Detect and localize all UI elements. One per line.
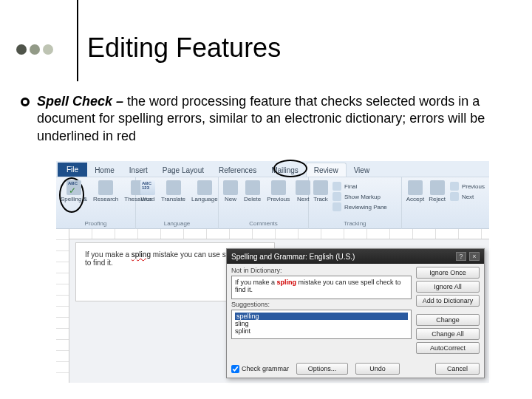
language-label: Language [191,196,218,202]
deco-dot [30,44,40,55]
show-markup-dropdown[interactable]: Show Markup [332,192,387,201]
reviewing-pane-dropdown[interactable]: Reviewing Pane [332,202,387,211]
pane-icon [332,202,341,211]
autocorrect-button[interactable]: AutoCorrect [416,342,480,354]
change-button[interactable]: Change [416,314,480,326]
word-count-button[interactable]: 123 Word [140,180,155,202]
suggestion-item[interactable]: sling [235,320,408,327]
group-language: 123 Word Translate Language Language [136,177,219,229]
tab-page-layout[interactable]: Page Layout [155,163,211,177]
word-ribbon: File Home Insert Page Layout References … [56,161,489,229]
tab-file[interactable]: File [58,163,87,177]
track-label: Track [313,196,328,202]
horizontal-ruler [69,229,489,239]
group-comments: New Delete Previous Next Commen [219,177,309,229]
embedded-screenshot: File Home Insert Page Layout References … [56,161,489,383]
bullet-marker [21,98,30,106]
next-change-label: Next [462,194,474,200]
ribbon-tabs: File Home Insert Page Layout References … [56,161,489,177]
prev-comment-label: Previous [267,196,290,202]
count-123: 123 [142,185,149,190]
prev-icon [450,182,459,191]
suggestions-listbox[interactable]: spelling sling splint [231,310,412,339]
check-grammar-input[interactable] [231,365,239,373]
delete-comment-icon [245,180,260,195]
track-icon [313,180,328,195]
prev-change-button[interactable]: Previous [450,182,485,191]
new-comment-button[interactable]: New [223,180,238,202]
dlg-error-word: spling [277,279,297,286]
reject-label: Reject [429,196,446,202]
tab-view[interactable]: View [347,163,378,177]
track-changes-button[interactable]: Track [313,180,328,211]
suggestion-item[interactable]: spelling [235,313,408,320]
new-comment-label: New [225,196,236,202]
prev-change-label: Previous [462,183,485,190]
accept-icon [408,180,423,195]
next-icon [450,192,459,201]
show-markup-label: Show Markup [344,194,381,200]
group-tracking: Track Final Show Markup Reviewing Pane T… [309,177,402,229]
prev-comment-button[interactable]: Previous [267,180,290,202]
check-grammar-checkbox[interactable]: Check grammar [231,365,289,373]
options-button[interactable]: Options... [296,363,348,375]
change-all-button[interactable]: Change All [416,328,480,340]
prev-comment-icon [271,180,286,195]
language-button[interactable]: Language [191,180,218,202]
group-proofing: Spelling & Research Thesaurus Proofing [56,177,136,229]
translate-button[interactable]: Translate [161,180,185,202]
ignore-all-button[interactable]: Ignore All [416,281,480,293]
not-in-dictionary-box[interactable]: If you make a spling mistake you can use… [231,276,412,299]
tab-insert[interactable]: Insert [122,163,155,177]
deco-dot [43,44,53,55]
next-change-button[interactable]: Next [450,192,485,201]
group-label-comments: Comments [223,220,304,228]
research-button[interactable]: Research [93,180,118,202]
reject-icon [430,180,445,195]
spelling-grammar-button[interactable]: Spelling & [61,180,87,202]
add-to-dictionary-button[interactable]: Add to Dictionary [416,295,480,307]
slide-title: Editing Features [87,33,281,64]
delete-comment-label: Delete [244,196,261,202]
delete-comment-button[interactable]: Delete [244,180,261,202]
doc-text: If you make a [85,250,132,259]
suggestions-label: Suggestions: [231,301,412,308]
accept-button[interactable]: Accept [406,180,424,202]
reviewing-pane-label: Reviewing Pane [344,204,387,211]
misspelled-word: spling [132,250,151,259]
reject-button[interactable]: Reject [429,180,446,202]
word-count-icon: 123 [140,180,155,195]
tab-review[interactable]: Review [306,163,347,177]
group-changes: Accept Reject Previous Next [402,177,489,229]
accept-label: Accept [406,196,424,202]
header-vertical-rule [77,0,78,81]
undo-button[interactable]: Undo [355,363,400,375]
bullet-term: Spell Check – [37,94,123,109]
header-dots [16,44,53,55]
tab-mailings[interactable]: Mailings [264,163,306,177]
dialog-titlebar: Spelling and Grammar: English (U.S.) ? × [227,249,484,264]
suggestion-item[interactable]: splint [235,327,408,335]
display-mode-dropdown[interactable]: Final [332,182,387,191]
vertical-ruler [56,229,69,383]
translate-label: Translate [161,196,185,202]
group-label-changes [406,227,485,228]
new-comment-icon [223,180,238,195]
ignore-once-button[interactable]: Ignore Once [416,267,480,279]
word-count-label: Word [141,196,155,202]
bullet-text: Spell Check – the word processing featur… [37,93,495,145]
tab-references[interactable]: References [211,163,264,177]
next-comment-label: Next [297,196,309,202]
translate-icon [166,180,181,195]
cancel-button[interactable]: Cancel [435,363,480,375]
spelling-icon [66,180,81,195]
group-label-proofing: Proofing [61,220,131,228]
language-icon [197,180,212,195]
help-icon[interactable]: ? [456,252,466,261]
document-area: If you make a spling mistake you can use… [56,229,489,383]
close-icon[interactable]: × [469,252,480,261]
spelling-grammar-dialog: Spelling and Grammar: English (U.S.) ? ×… [226,248,485,378]
check-grammar-label: Check grammar [242,365,289,372]
doc-icon [332,182,341,191]
tab-home[interactable]: Home [87,163,122,177]
